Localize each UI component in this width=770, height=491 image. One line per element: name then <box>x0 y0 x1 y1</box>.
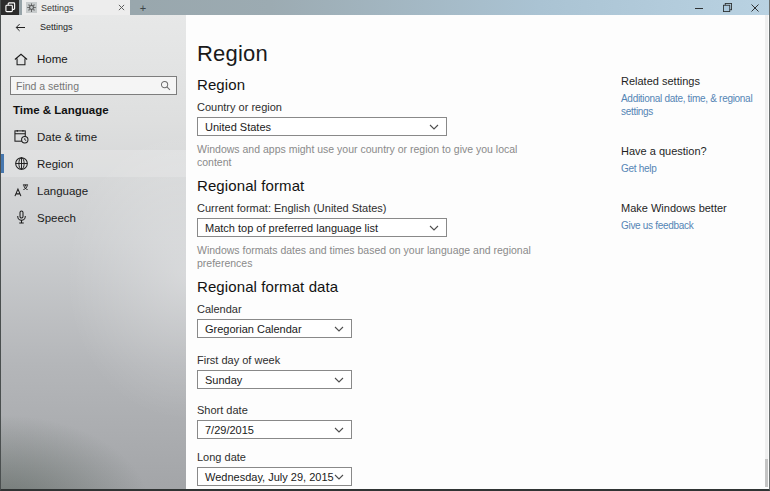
short-date-label: Short date <box>197 404 769 417</box>
country-dropdown-value: United States <box>205 121 429 133</box>
additional-settings-link[interactable]: Additional date, time, & regional settin… <box>621 92 753 118</box>
sidebar-item-label: Home <box>37 53 68 65</box>
close-button[interactable] <box>741 0 769 15</box>
long-date-dropdown-value: Wednesday, July 29, 2015 <box>205 471 334 483</box>
make-windows-better-group: Make Windows better Give us feedback <box>621 202 770 232</box>
calendar-dropdown[interactable]: Gregorian Calendar <box>197 319 352 338</box>
first-day-dropdown-value: Sunday <box>205 374 334 386</box>
sidebar-item-date-time[interactable]: Date & time <box>1 123 186 150</box>
sidebar-item-label: Language <box>37 185 88 197</box>
related-settings-group: Related settings Additional date, time, … <box>621 75 770 118</box>
have-a-question-group: Have a question? Get help <box>621 145 770 175</box>
sidebar-group-header: Time & Language <box>1 104 186 117</box>
settings-window: Settings + <box>0 0 770 491</box>
chevron-down-icon <box>334 474 344 480</box>
sidebar-item-region[interactable]: Region <box>1 150 186 177</box>
sidebar: Settings Home Time & <box>1 15 186 489</box>
chevron-down-icon <box>334 427 344 433</box>
vertical-scrollbar[interactable] <box>765 15 768 487</box>
right-rail: Related settings Additional date, time, … <box>621 75 770 232</box>
home-icon <box>13 51 29 67</box>
short-date-dropdown-value: 7/29/2015 <box>205 424 334 436</box>
tab-close-icon[interactable] <box>116 3 126 13</box>
sidebar-item-label: Date & time <box>37 131 97 143</box>
related-settings-header: Related settings <box>621 75 770 87</box>
regional-format-dropdown[interactable]: Match top of preferred language list <box>197 218 447 237</box>
format-helper-text: Windows formats dates and times based on… <box>197 244 532 270</box>
language-icon <box>13 183 29 199</box>
get-help-link[interactable]: Get help <box>621 162 753 175</box>
search-icon <box>160 80 171 91</box>
calendar-clock-icon <box>13 129 29 145</box>
page-title: Region <box>197 41 769 67</box>
titlebar: Settings + <box>1 0 769 15</box>
regional-format-dropdown-value: Match top of preferred language list <box>205 222 429 234</box>
task-sets-button[interactable] <box>1 0 19 15</box>
restore-button[interactable] <box>713 0 741 15</box>
chevron-down-icon <box>429 124 439 130</box>
sidebar-nav: Date & time Region <box>1 123 186 231</box>
sidebar-item-home[interactable]: Home <box>1 51 186 67</box>
chevron-down-icon <box>429 225 439 231</box>
short-date-dropdown[interactable]: 7/29/2015 <box>197 420 352 439</box>
back-arrow-icon[interactable] <box>15 23 26 32</box>
calendar-dropdown-value: Gregorian Calendar <box>205 323 334 335</box>
search-input[interactable] <box>16 80 160 92</box>
country-helper-text: Windows and apps might use your country … <box>197 143 532 169</box>
sidebar-item-language[interactable]: Language <box>1 177 186 204</box>
new-tab-button[interactable]: + <box>132 0 154 15</box>
microphone-icon <box>13 210 29 226</box>
back-breadcrumb-label: Settings <box>40 22 73 32</box>
settings-tab[interactable]: Settings <box>22 0 130 15</box>
plus-icon: + <box>140 2 146 14</box>
overlapping-windows-icon <box>5 2 16 13</box>
give-feedback-link[interactable]: Give us feedback <box>621 219 753 232</box>
have-a-question-header: Have a question? <box>621 145 770 157</box>
calendar-label: Calendar <box>197 303 769 316</box>
make-windows-better-header: Make Windows better <box>621 202 770 214</box>
globe-icon <box>13 156 29 172</box>
search-box[interactable] <box>10 76 177 95</box>
country-dropdown[interactable]: United States <box>197 117 447 136</box>
minimize-button[interactable] <box>685 0 713 15</box>
sidebar-item-speech[interactable]: Speech <box>1 204 186 231</box>
scrollbar-thumb[interactable] <box>765 459 768 487</box>
data-section-heading: Regional format data <box>197 278 769 294</box>
first-day-dropdown[interactable]: Sunday <box>197 370 352 389</box>
long-date-dropdown[interactable]: Wednesday, July 29, 2015 <box>197 467 352 486</box>
sidebar-item-label: Speech <box>37 212 76 224</box>
first-day-label: First day of week <box>197 354 769 367</box>
chevron-down-icon <box>334 377 344 383</box>
long-date-label: Long date <box>197 451 769 464</box>
back-row: Settings <box>1 20 186 34</box>
gear-icon <box>26 2 37 13</box>
window-controls <box>685 0 769 15</box>
tab-title: Settings <box>41 3 112 13</box>
chevron-down-icon <box>334 326 344 332</box>
sidebar-item-label: Region <box>37 158 73 170</box>
